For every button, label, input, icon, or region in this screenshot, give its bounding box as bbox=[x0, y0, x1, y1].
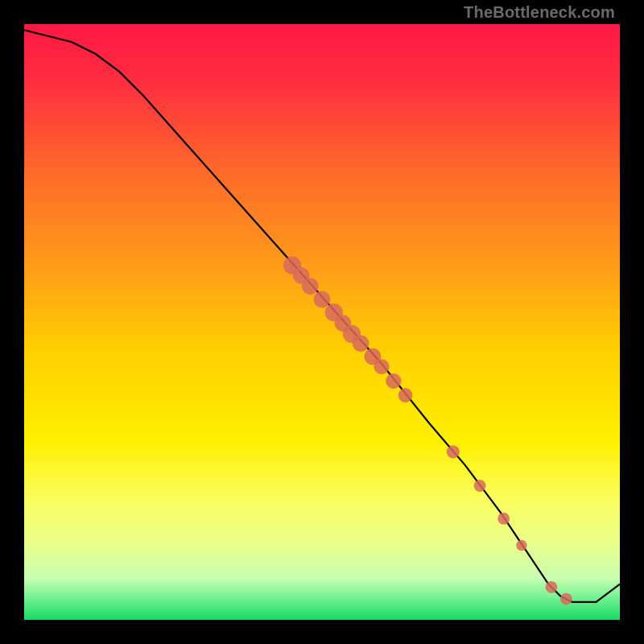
watermark-text: TheBottleneck.com bbox=[464, 3, 615, 22]
chart-overlay bbox=[24, 24, 620, 620]
markers-group bbox=[283, 257, 572, 605]
data-point bbox=[302, 278, 319, 295]
data-point bbox=[353, 335, 369, 352]
data-point bbox=[474, 480, 486, 492]
data-point bbox=[497, 513, 510, 525]
data-point bbox=[386, 374, 401, 389]
data-point bbox=[560, 593, 572, 605]
data-point bbox=[374, 359, 389, 374]
curve-path bbox=[24, 30, 620, 601]
data-point bbox=[546, 581, 558, 593]
data-point bbox=[314, 291, 331, 308]
data-point bbox=[398, 388, 413, 402]
data-point bbox=[447, 445, 460, 458]
plot-area bbox=[24, 24, 620, 620]
data-point bbox=[516, 540, 526, 551]
